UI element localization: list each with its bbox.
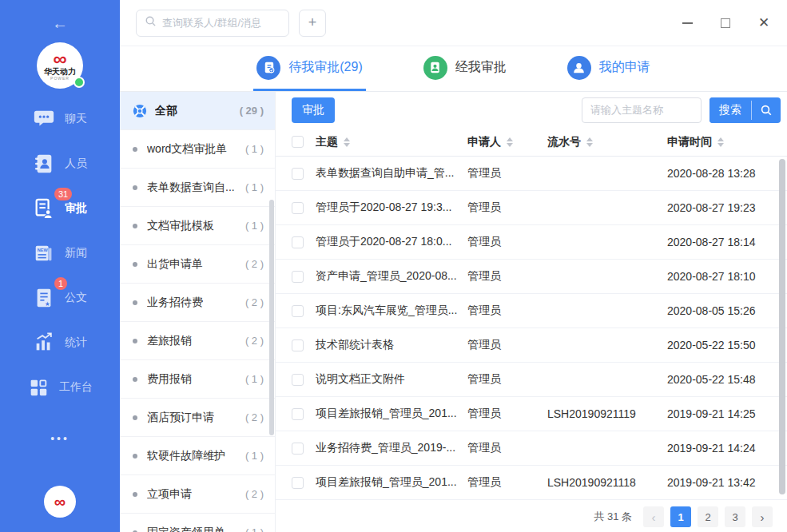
cell-applicant: 管理员 — [467, 372, 547, 387]
search-icon — [145, 15, 157, 30]
page-button-1[interactable]: 1 — [670, 506, 691, 527]
header-applicant: 申请人 — [467, 135, 501, 149]
tab-bar: 待我审批(29) 经我审批 — [120, 46, 787, 92]
page-button-2[interactable]: 2 — [698, 506, 718, 527]
category-item-all[interactable]: 全部 ( 29 ) — [120, 92, 275, 130]
grid-icon — [27, 376, 50, 399]
table-scrollbar[interactable] — [779, 159, 785, 494]
sidebar-item-approval[interactable]: 审批 31 — [0, 186, 120, 231]
tab-my-applications[interactable]: 我的申请 — [564, 46, 654, 91]
bottom-logo[interactable]: ∞ — [44, 486, 76, 518]
sidebar-item-chat[interactable]: 聊天 — [0, 97, 120, 141]
approval-doc-icon — [33, 197, 55, 220]
cell-time: 2019-09-21 14:25 — [667, 407, 787, 420]
minimize-icon — [682, 22, 693, 24]
sort-subject-icon[interactable] — [344, 137, 350, 147]
pending-approval-icon — [256, 56, 280, 80]
category-scrollbar[interactable] — [269, 200, 274, 435]
sidebar-item-stats[interactable]: 统计 — [0, 320, 120, 365]
cell-subject: 说明文档正文附件 — [316, 372, 467, 387]
maximize-button[interactable] — [718, 16, 733, 30]
header-subject: 主题 — [316, 135, 338, 149]
minimize-button[interactable] — [680, 16, 694, 30]
bullet-icon — [133, 300, 137, 305]
table-row[interactable]: 项目差旅报销_管理员_201...管理员LSH201909211192019-0… — [276, 397, 787, 431]
sidebar-item-workbench[interactable]: 工作台 — [0, 365, 120, 410]
category-item[interactable]: 费用报销( 1 ) — [120, 360, 275, 399]
sidebar-item-news[interactable]: NEW 新闻 — [0, 231, 120, 276]
category-count: ( 1 ) — [240, 143, 264, 155]
table-row[interactable]: 表单数据查询自助申请_管...管理员2020-08-28 13:28 — [276, 157, 787, 191]
cell-time: 2020-08-27 19:23 — [667, 201, 787, 214]
category-item[interactable]: 文档审批模板( 1 ) — [120, 207, 275, 245]
row-checkbox[interactable] — [292, 374, 304, 386]
row-checkbox[interactable] — [292, 339, 304, 351]
cell-subject: 业务招待费_管理员_2019-... — [316, 441, 467, 455]
infinity-logo-icon: ∞ — [53, 51, 66, 67]
advanced-search-button[interactable] — [752, 97, 781, 123]
sort-serial-icon[interactable] — [586, 137, 593, 147]
svg-text:★: ★ — [45, 300, 50, 308]
pagination-bar: 共 31 条 ‹ 1 2 3 › — [276, 502, 787, 532]
sidebar: ← ∞ 华天动力 POWER 聊天 — [0, 0, 120, 532]
cell-time: 2020-08-27 18:10 — [667, 270, 787, 283]
prev-page-button[interactable]: ‹ — [643, 506, 664, 527]
category-label: 表单数据查询自... — [147, 181, 235, 195]
more-button[interactable]: ••• — [50, 432, 70, 445]
next-page-button[interactable]: › — [752, 506, 773, 527]
sidebar-item-people[interactable]: 人员 — [0, 141, 120, 186]
category-label: 固定资产领用单 — [147, 526, 225, 532]
table-row[interactable]: 项目:东风汽车展览_管理员...管理员2020-08-05 15:26 — [276, 294, 787, 328]
table-row[interactable]: 说明文档正文附件管理员2020-05-22 15:48 — [276, 363, 787, 397]
row-checkbox[interactable] — [292, 168, 304, 180]
tab-label: 我的申请 — [599, 59, 650, 76]
table-row[interactable]: 资产申请_管理员_2020-08...管理员2020-08-27 18:10 — [276, 260, 787, 294]
contact-search-input[interactable]: 查询联系人/群组/消息 — [136, 10, 289, 37]
row-checkbox[interactable] — [292, 443, 304, 455]
sort-time-icon[interactable] — [717, 137, 724, 147]
table-row[interactable]: 项目差旅报销_管理员_201...管理员LSH201909211182019-0… — [276, 466, 787, 500]
select-all-checkbox[interactable] — [292, 136, 304, 148]
row-checkbox[interactable] — [292, 202, 304, 214]
category-item[interactable]: 业务招待费( 2 ) — [120, 284, 275, 322]
table-row[interactable]: 业务招待费_管理员_2019-...管理员2019-09-21 14:24 — [276, 431, 787, 466]
row-checkbox[interactable] — [292, 408, 304, 420]
category-count: ( 2 ) — [240, 488, 264, 500]
cell-time: 2020-08-05 15:26 — [667, 304, 787, 317]
logo-text: 华天动力 — [44, 67, 76, 76]
sort-applicant-icon[interactable] — [507, 137, 513, 147]
category-item[interactable]: word文档审批单( 1 ) — [120, 130, 275, 169]
category-item[interactable]: 酒店预订申请( 2 ) — [120, 399, 275, 437]
subject-search-input[interactable] — [582, 97, 702, 123]
category-item[interactable]: 固定资产领用单( 1 ) — [120, 514, 275, 532]
tab-pending-approval[interactable]: 待我审批(29) — [253, 46, 365, 91]
list-toolbar: 审批 搜索 — [276, 92, 787, 128]
sidebar-item-official-doc[interactable]: ★ 公文 1 — [0, 276, 120, 320]
row-checkbox[interactable] — [292, 236, 304, 248]
app-logo: ∞ 华天动力 POWER — [37, 42, 83, 89]
category-item[interactable]: 出货申请单( 2 ) — [120, 245, 275, 284]
category-item[interactable]: 立项申请( 2 ) — [120, 475, 275, 514]
page-button-3[interactable]: 3 — [725, 506, 745, 527]
approve-button[interactable]: 审批 — [292, 97, 335, 123]
bullet-icon — [133, 185, 137, 190]
category-item[interactable]: 差旅报销( 2 ) — [120, 322, 275, 360]
table-row[interactable]: 技术部统计表格管理员2020-05-22 15:50 — [276, 328, 787, 363]
topbar: 查询联系人/群组/消息 + ✕ — [120, 0, 787, 46]
cell-applicant: 管理员 — [467, 200, 547, 215]
row-checkbox[interactable] — [292, 305, 304, 317]
table-row[interactable]: 管理员于2020-08-27 18:0...管理员2020-08-27 18:1… — [276, 225, 787, 260]
close-button[interactable]: ✕ — [757, 16, 771, 30]
category-count: ( 2 ) — [240, 335, 264, 347]
tab-approved-by-me[interactable]: 经我审批 — [420, 46, 510, 91]
cell-time: 2019-09-21 14:24 — [667, 442, 787, 455]
add-button[interactable]: + — [299, 10, 326, 37]
back-arrow-icon[interactable]: ← — [52, 14, 68, 33]
category-item[interactable]: 软硬件故障维护( 1 ) — [120, 437, 275, 475]
row-checkbox[interactable] — [292, 271, 304, 283]
row-checkbox[interactable] — [292, 477, 304, 489]
search-button[interactable]: 搜索 — [709, 97, 751, 123]
table-row[interactable]: 管理员于2020-08-27 19:3...管理员2020-08-27 19:2… — [276, 191, 787, 225]
category-item[interactable]: 表单数据查询自...( 1 ) — [120, 169, 275, 207]
bullet-icon — [133, 415, 137, 420]
